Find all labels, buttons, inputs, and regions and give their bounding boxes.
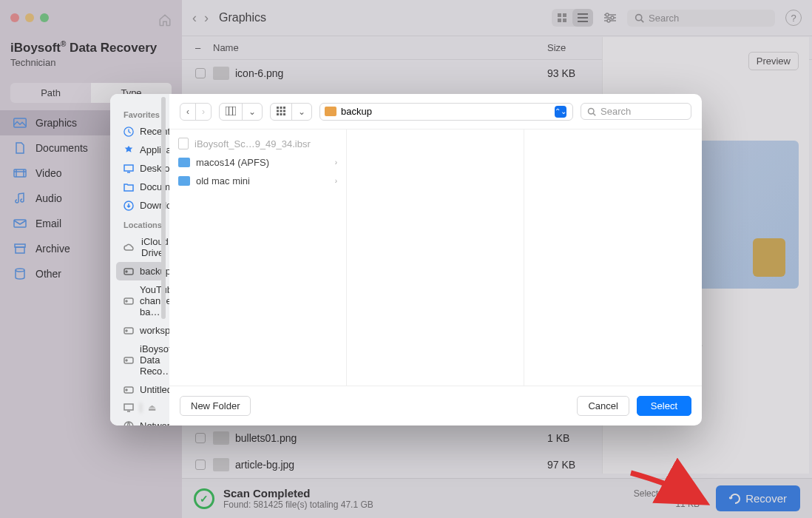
locations-header: Locations: [116, 215, 163, 232]
dialog-sidebar: Favorites Recents Applications Desktop D…: [110, 94, 169, 426]
disk-icon: [124, 357, 134, 364]
disk-icon: [124, 386, 134, 394]
sidebar-icloud[interactable]: iCloud Drive: [116, 232, 163, 262]
folder-icon: [178, 158, 190, 167]
svg-rect-33: [277, 107, 279, 109]
select-button[interactable]: Select: [637, 396, 691, 416]
svg-point-29: [126, 389, 127, 391]
new-folder-button[interactable]: New Folder: [180, 396, 251, 416]
svg-point-42: [589, 108, 595, 114]
forward-icon[interactable]: ›: [195, 104, 211, 120]
chevron-down-icon: ⌄: [242, 104, 262, 120]
chevron-right-icon: ›: [335, 177, 337, 185]
download-icon: [124, 201, 134, 211]
chevron-down-icon: ⌄: [291, 104, 311, 120]
chevron-right-icon: ›: [335, 158, 337, 166]
nav-back-forward[interactable]: ‹ ›: [180, 103, 212, 121]
group-button[interactable]: ⌄: [270, 103, 312, 121]
svg-rect-32: [226, 107, 236, 115]
sidebar-workspace[interactable]: workspace⏏: [116, 321, 163, 340]
scrollbar[interactable]: [159, 94, 169, 426]
folder-icon: [178, 176, 190, 186]
svg-point-23: [126, 300, 127, 302]
svg-rect-34: [280, 107, 282, 109]
svg-rect-37: [280, 110, 282, 112]
eject-icon[interactable]: ⏏: [148, 403, 156, 413]
updown-icon: ⌃⌄: [555, 106, 566, 118]
svg-rect-40: [280, 113, 282, 115]
cancel-button[interactable]: Cancel: [577, 396, 629, 416]
dialog-main: ‹ › ⌄ ⌄ backup ⌃⌄ Search iBoysoft_Sc…9_4…: [169, 94, 702, 426]
svg-point-21: [126, 271, 127, 272]
clock-icon: [124, 127, 134, 137]
disk-icon: [124, 297, 134, 305]
dialog-toolbar: ‹ › ⌄ ⌄ backup ⌃⌄ Search: [169, 94, 702, 130]
sidebar-blurred[interactable]: ⏏: [116, 399, 163, 417]
svg-rect-38: [283, 110, 285, 112]
sidebar-documents[interactable]: Documents: [116, 178, 163, 196]
dialog-footer: New Folder Cancel Select: [169, 386, 702, 426]
list-item[interactable]: iBoysoft_Sc…9_49_34.ibsr: [169, 134, 346, 153]
folder-icon: [124, 183, 134, 192]
svg-rect-39: [277, 113, 279, 115]
file-icon: [178, 138, 189, 149]
svg-rect-36: [277, 110, 279, 112]
dialog-search-input[interactable]: Search: [581, 103, 691, 120]
apps-icon: [124, 145, 134, 155]
monitor-icon: [124, 403, 134, 412]
list-item[interactable]: old mac mini›: [169, 172, 346, 190]
disk-icon: [124, 327, 134, 334]
sidebar-untitled[interactable]: Untitled⏏: [116, 380, 163, 399]
column-browser: iBoysoft_Sc…9_49_34.ibsr macos14 (APFS)›…: [169, 130, 702, 386]
svg-rect-35: [283, 107, 285, 109]
browser-column: [524, 130, 702, 386]
grid-icon: [271, 104, 291, 120]
svg-point-25: [126, 330, 127, 332]
columns-view-button[interactable]: ⌄: [219, 103, 263, 121]
browser-column: [347, 130, 524, 386]
list-item[interactable]: macos14 (APFS)›: [169, 153, 346, 172]
svg-point-27: [126, 360, 127, 361]
sidebar-youtube[interactable]: YouTube channel ba…⏏: [116, 280, 163, 321]
sidebar-iboysoft[interactable]: iBoysoft Data Reco…⏏: [116, 340, 163, 380]
cloud-icon: [124, 243, 135, 252]
search-icon: [587, 107, 596, 116]
path-label: backup: [341, 106, 372, 117]
path-dropdown[interactable]: backup ⌃⌄: [319, 103, 573, 121]
desktop-icon: [124, 164, 134, 173]
folder-picker-dialog: Favorites Recents Applications Desktop D…: [110, 94, 702, 426]
sidebar-downloads[interactable]: Downloads: [116, 196, 163, 215]
columns-icon: [220, 104, 242, 120]
folder-icon: [325, 107, 336, 116]
sidebar-desktop[interactable]: Desktop: [116, 159, 163, 178]
network-icon: [124, 421, 134, 426]
favorites-header: Favorites: [116, 104, 163, 122]
sidebar-backup[interactable]: backup⏏: [116, 262, 163, 280]
svg-rect-30: [124, 404, 133, 410]
sidebar-network[interactable]: Network: [116, 417, 163, 426]
svg-rect-18: [124, 165, 133, 171]
sidebar-applications[interactable]: Applications: [116, 141, 163, 159]
back-icon[interactable]: ‹: [180, 104, 195, 120]
disk-icon: [124, 268, 134, 275]
sidebar-recents[interactable]: Recents: [116, 122, 163, 141]
browser-column: iBoysoft_Sc…9_49_34.ibsr macos14 (APFS)›…: [169, 130, 347, 386]
svg-rect-41: [283, 113, 285, 115]
